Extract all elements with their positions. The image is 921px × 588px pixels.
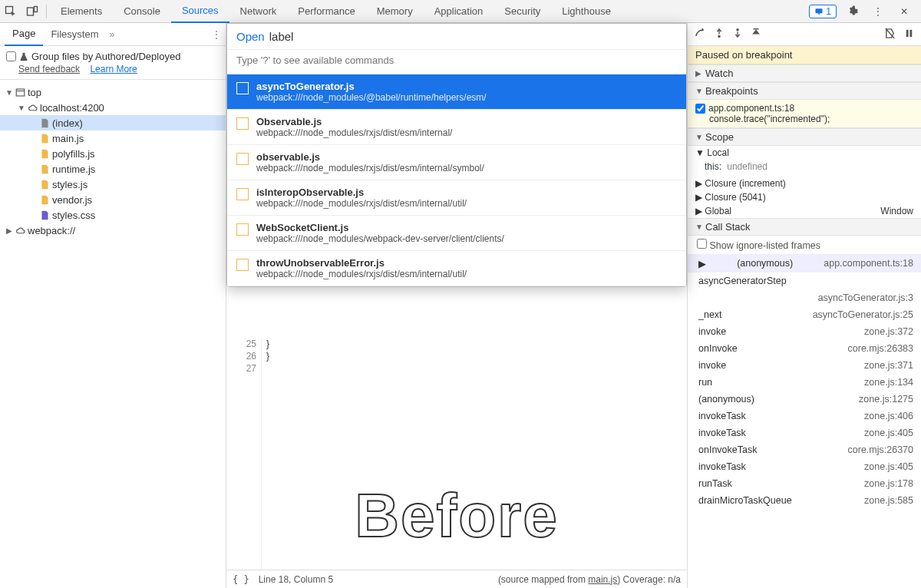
tab-sources[interactable]: Sources xyxy=(171,0,229,23)
step-over-icon[interactable] xyxy=(714,28,725,41)
stack-frame[interactable]: onInvokeTaskcore.mjs:26370 xyxy=(688,441,921,458)
callstack-header[interactable]: ▼Call Stack xyxy=(688,218,921,236)
breakpoint-item[interactable]: app.component.ts:18 console.trace("incre… xyxy=(688,100,921,128)
stack-frame[interactable]: _nextasyncToGenerator.js:25 xyxy=(688,306,921,323)
stack-frame[interactable]: asyncGeneratorStep xyxy=(688,273,921,289)
sidebar-kebab-icon[interactable]: ⋮ xyxy=(212,29,221,40)
tab-lighthouse[interactable]: Lighthouse xyxy=(551,0,622,23)
cursor-position: Line 18, Column 5 xyxy=(259,574,333,585)
resume-icon[interactable] xyxy=(694,27,706,41)
issues-badge[interactable]: 1 xyxy=(809,5,837,18)
sidebar-tab-page[interactable]: Page xyxy=(5,23,43,46)
sources-sidebar: PageFilesystem » ⋮ Group files by Author… xyxy=(0,23,226,588)
device-toggle-icon[interactable] xyxy=(21,1,43,22)
kebab-icon[interactable]: ⋮ xyxy=(867,1,889,22)
svg-rect-8 xyxy=(906,29,909,36)
stack-frame[interactable]: runTaskzone.js:178 xyxy=(688,475,921,492)
scope-closure-1[interactable]: ▶ Closure (increment) xyxy=(688,177,921,190)
group-by-label: Group files by Authored/Deployed xyxy=(31,51,180,62)
tree-item[interactable]: vendor.js xyxy=(0,192,226,207)
quick-open-popup: Open label Type '?' to see available com… xyxy=(226,23,687,287)
scope-header[interactable]: ▼Scope xyxy=(688,128,921,146)
learn-more-link[interactable]: Learn More xyxy=(90,64,137,74)
breakpoints-header[interactable]: ▼Breakpoints xyxy=(688,82,921,100)
scope-global[interactable]: ▶ GlobalWindow xyxy=(688,204,921,218)
svg-rect-1 xyxy=(28,8,34,15)
separator xyxy=(46,5,47,18)
source-mapped-label: (source mapped from xyxy=(498,574,588,585)
js-icon xyxy=(38,180,51,190)
send-feedback-link[interactable]: Send feedback xyxy=(18,64,80,74)
group-by-checkbox[interactable] xyxy=(6,51,16,61)
code-area[interactable]: }} xyxy=(262,338,269,570)
stack-frame[interactable]: invokeTaskzone.js:405 xyxy=(688,458,921,475)
breakpoint-checkbox[interactable] xyxy=(695,104,705,114)
source-mapped-file[interactable]: main.js xyxy=(588,574,617,585)
file-icon xyxy=(236,117,249,130)
issues-count: 1 xyxy=(826,6,831,17)
stack-frame[interactable]: invokeTaskzone.js:406 xyxy=(688,408,921,424)
stack-frame[interactable]: onInvokecore.mjs:26383 xyxy=(688,340,921,357)
group-by-checkbox-label[interactable]: Group files by Authored/Deployed xyxy=(6,51,220,62)
stack-frame[interactable]: drainMicroTaskQueuezone.js:585 xyxy=(688,492,921,509)
quick-open-result[interactable]: Observable.jswebpack:///node_modules/rxj… xyxy=(227,110,686,145)
editor-statusbar: { } Line 18, Column 5 (source mapped fro… xyxy=(226,570,687,588)
pause-exceptions-icon[interactable] xyxy=(903,28,915,41)
stack-frame[interactable]: runzone.js:134 xyxy=(688,374,921,391)
tree-item[interactable]: main.js xyxy=(0,130,226,146)
tree-item[interactable]: polyfills.js xyxy=(0,146,226,161)
more-tabs-icon[interactable]: » xyxy=(110,29,115,40)
window-icon xyxy=(14,88,26,97)
js-icon xyxy=(38,195,51,205)
watch-header[interactable]: ▶Watch xyxy=(688,64,921,82)
breakpoint-code: console.trace("incremented"); xyxy=(695,114,913,124)
paused-banner: Paused on breakpoint xyxy=(688,46,921,64)
tree-item[interactable]: ▶webpack:// xyxy=(0,223,226,238)
show-ignored-link[interactable]: Show ignore-listed frames xyxy=(688,236,921,255)
debugger-panel: Paused on breakpoint ▶Watch ▼Breakpoints… xyxy=(687,23,921,588)
quick-open-result[interactable]: observable.jswebpack:///node_modules/rxj… xyxy=(227,145,686,180)
tab-memory[interactable]: Memory xyxy=(366,0,424,23)
step-out-icon[interactable] xyxy=(751,28,761,41)
tab-network[interactable]: Network xyxy=(229,0,288,23)
tab-security[interactable]: Security xyxy=(494,0,551,23)
stack-frame[interactable]: invokeTaskzone.js:405 xyxy=(688,424,921,441)
editor-pane: Open label Type '?' to see available com… xyxy=(226,23,687,588)
quick-open-input[interactable]: label xyxy=(269,30,677,43)
file-icon xyxy=(236,188,249,200)
tree-item[interactable]: ▼top xyxy=(0,84,226,100)
tab-elements[interactable]: Elements xyxy=(50,0,113,23)
tab-application[interactable]: Application xyxy=(424,0,494,23)
tab-performance[interactable]: Performance xyxy=(287,0,365,23)
quick-open-result[interactable]: isInteropObservable.jswebpack:///node_mo… xyxy=(227,180,686,216)
step-into-icon[interactable] xyxy=(732,28,743,41)
scope-local[interactable]: ▼ Local xyxy=(688,146,921,160)
tree-item[interactable]: runtime.js xyxy=(0,161,226,177)
tree-item[interactable]: (index) xyxy=(0,115,226,130)
coverage-label: ) Coverage: n/a xyxy=(617,574,681,585)
quick-open-result[interactable]: WebSocketClient.jswebpack:///node_module… xyxy=(227,216,686,251)
stack-frame[interactable]: asyncToGenerator.js:3 xyxy=(688,289,921,306)
scope-closure-2[interactable]: ▶ Closure (5041) xyxy=(688,190,921,204)
close-icon[interactable]: ✕ xyxy=(893,1,915,22)
tree-item[interactable]: styles.css xyxy=(0,207,226,223)
tab-console[interactable]: Console xyxy=(113,0,171,23)
file-icon xyxy=(236,82,249,94)
stack-frame[interactable]: invokezone.js:371 xyxy=(688,357,921,374)
settings-icon[interactable] xyxy=(841,1,863,22)
tree-item[interactable]: ▼localhost:4200 xyxy=(0,100,226,115)
sidebar-tab-filesystem[interactable]: Filesystem xyxy=(43,23,106,46)
js-icon xyxy=(38,149,51,159)
tree-item[interactable]: styles.js xyxy=(0,177,226,192)
svg-rect-3 xyxy=(816,8,823,13)
deactivate-bp-icon[interactable] xyxy=(884,28,896,41)
stack-frame[interactable]: (anonymous)zone.js:1275 xyxy=(688,391,921,408)
quick-open-result[interactable]: throwUnobservableError.jswebpack:///node… xyxy=(227,251,686,286)
quick-open-result[interactable]: asyncToGenerator.jswebpack:///node_modul… xyxy=(227,74,686,110)
stack-frame[interactable]: ▶ (anonymous)app.component.ts:18 xyxy=(688,255,921,273)
stack-frame[interactable]: invokezone.js:372 xyxy=(688,323,921,340)
js-icon xyxy=(38,134,51,144)
pretty-print-icon[interactable]: { } xyxy=(233,574,249,585)
cloud-icon xyxy=(26,103,38,113)
inspect-icon[interactable] xyxy=(0,1,21,22)
